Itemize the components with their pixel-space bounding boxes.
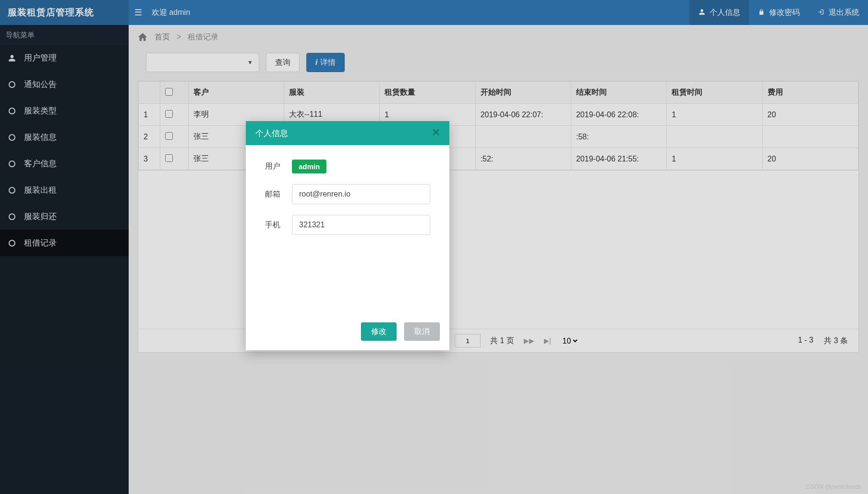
user-badge: admin [292,160,326,173]
close-icon[interactable]: ✕ [427,124,445,141]
user-label: 用户 [265,161,292,172]
cancel-button[interactable]: 取消 [404,322,440,341]
watermark-text: CSDN @pastclouds [806,483,861,490]
phone-field[interactable] [292,215,430,235]
phone-label: 手机 [265,220,292,230]
email-label: 邮箱 [265,189,292,199]
modal-header: 个人信息 ✕ [246,121,449,145]
email-field[interactable] [292,184,430,204]
submit-button[interactable]: 修改 [361,322,397,341]
modal-title: 个人信息 [255,128,288,139]
profile-modal: 个人信息 ✕ 用户 admin 邮箱 手机 修改 取消 [246,121,449,350]
